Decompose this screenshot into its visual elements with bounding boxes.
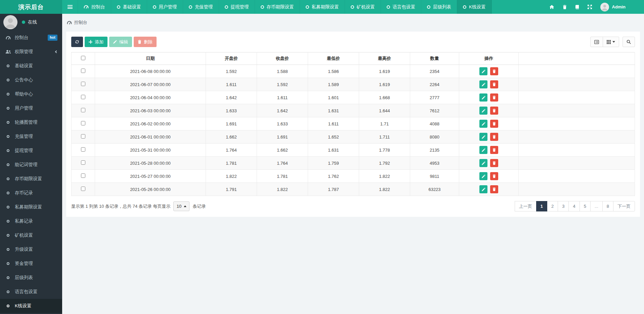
row-delete-button[interactable] — [490, 93, 498, 102]
page-button[interactable]: 8 — [602, 201, 613, 212]
delete-button[interactable]: 删除 — [134, 37, 157, 47]
nav-item-language-pack-settings[interactable]: 语言包设置 — [381, 0, 421, 14]
sidebar-item-announcement-center[interactable]: 公告中心 — [0, 73, 62, 87]
page-button[interactable]: 上一页 — [515, 201, 536, 212]
sidebar-item-kline-settings[interactable]: K线设置 — [0, 299, 62, 313]
breadcrumb: 控制台 — [62, 14, 644, 32]
table-row[interactable]: 2021-05-26 00:00:00 1.791 1.822 1.787 1.… — [72, 183, 635, 196]
row-checkbox[interactable] — [81, 121, 85, 125]
sidebar-item-basic-settings[interactable]: 基础设置 — [0, 59, 62, 73]
trash-icon — [492, 135, 496, 139]
table-row[interactable]: 2021-06-04 00:00:00 1.642 1.611 1.601 1.… — [72, 91, 635, 104]
nav-item-recharge-management[interactable]: 充值管理 — [183, 0, 219, 14]
sidebar-item-mnemonic-management[interactable]: 助记词管理 — [0, 158, 62, 172]
sidebar-item-miner-settings[interactable]: 矿机设置 — [0, 228, 62, 242]
nav-item-user-management[interactable]: 用户管理 — [147, 0, 183, 14]
row-edit-button[interactable] — [479, 159, 487, 167]
sidebar-item-user-management[interactable]: 用户管理 — [0, 101, 62, 115]
sidebar-item-recharge-management[interactable]: 充值管理 — [0, 129, 62, 144]
row-checkbox[interactable] — [81, 69, 85, 73]
row-checkbox[interactable] — [81, 134, 85, 139]
search-button[interactable] — [622, 37, 635, 47]
sidebar-item-funds-management[interactable]: 资金管理 — [0, 257, 62, 271]
sidebar-item-withdrawal-management[interactable]: 提现管理 — [0, 144, 62, 158]
sidebar-item-deposit-records[interactable]: 存币记录 — [0, 186, 62, 200]
sidebar-item-upgrade-settings[interactable]: 升级设置 — [0, 242, 62, 257]
row-edit-button[interactable] — [479, 120, 487, 128]
sidebar-item-level-list[interactable]: 层级列表 — [0, 271, 62, 285]
table-row[interactable]: 2021-05-28 00:00:00 1.781 1.764 1.759 1.… — [72, 157, 635, 170]
row-edit-button[interactable] — [479, 80, 487, 88]
page-button[interactable]: 1 — [536, 201, 547, 212]
sidebar-item-permissions[interactable]: 权限管理 — [0, 45, 62, 59]
book-icon[interactable] — [575, 5, 579, 9]
page-size-select[interactable]: 10 — [173, 201, 189, 211]
edit-button[interactable]: 编辑 — [109, 37, 132, 47]
user-menu[interactable]: Admin — [600, 3, 626, 11]
trash-icon[interactable] — [563, 5, 567, 9]
sidebar-item-carousel-management[interactable]: 轮播图管理 — [0, 115, 62, 129]
row-checkbox[interactable] — [81, 173, 85, 178]
table-row[interactable]: 2021-05-31 00:00:00 1.764 1.662 1.631 1.… — [72, 144, 635, 157]
nav-item-kline-settings[interactable]: K线设置 — [457, 0, 492, 14]
row-edit-button[interactable] — [479, 67, 487, 75]
table-row[interactable]: 2021-06-03 00:00:00 1.633 1.642 1.631 1.… — [72, 104, 635, 117]
sidebar-item-help-center[interactable]: 帮助中心 — [0, 87, 62, 101]
cell-low: 1.586 — [308, 65, 359, 78]
table-row[interactable]: 2021-06-02 00:00:00 1.691 1.633 1.611 1.… — [72, 117, 635, 130]
row-delete-button[interactable] — [490, 120, 498, 128]
sidebar-item-deposit-term-settings[interactable]: 存币期限设置 — [0, 172, 62, 186]
page-button[interactable]: 下一页 — [613, 201, 635, 212]
table-row[interactable]: 2021-05-27 00:00:00 1.822 1.781 1.762 1.… — [72, 170, 635, 183]
nav-item-level-list[interactable]: 层级列表 — [421, 0, 457, 14]
sidebar-toggle-button[interactable] — [62, 0, 78, 14]
row-delete-button[interactable] — [490, 185, 498, 193]
row-delete-button[interactable] — [490, 159, 498, 167]
table-row[interactable]: 2021-06-08 00:00:00 1.592 1.588 1.586 1.… — [72, 65, 635, 78]
nav-item-basic-settings[interactable]: 基础设置 — [111, 0, 147, 14]
row-delete-button[interactable] — [490, 133, 498, 141]
row-delete-button[interactable] — [490, 172, 498, 180]
toggle-view-button[interactable] — [590, 37, 603, 47]
table-row[interactable]: 2021-06-07 00:00:00 1.611 1.592 1.589 1.… — [72, 78, 635, 91]
sidebar-item-private-sale-term-settings[interactable]: 私募期限设置 — [0, 200, 62, 214]
add-button[interactable]: 添加 — [85, 37, 108, 47]
sidebar-item-language-pack-settings[interactable]: 语言包设置 — [0, 285, 62, 299]
page-button[interactable]: 5 — [579, 201, 591, 212]
page-button[interactable]: 3 — [558, 201, 569, 212]
row-delete-button[interactable] — [490, 146, 498, 154]
row-checkbox[interactable] — [81, 82, 85, 86]
cell-filler — [519, 144, 635, 157]
row-checkbox[interactable] — [81, 108, 85, 112]
nav-item-private-sale-term-settings[interactable]: 私募期限设置 — [300, 0, 345, 14]
sidebar-item-label: 基础设置 — [15, 63, 33, 69]
row-edit-button[interactable] — [479, 185, 487, 193]
row-checkbox[interactable] — [81, 160, 85, 165]
row-edit-button[interactable] — [479, 93, 487, 102]
select-all-checkbox[interactable] — [81, 56, 85, 60]
refresh-button[interactable] — [71, 37, 83, 47]
nav-item-withdrawal-management[interactable]: 提现管理 — [219, 0, 255, 14]
nav-item-miner-settings[interactable]: 矿机设置 — [345, 0, 381, 14]
nav-item-dashboard[interactable]: 控制台 — [78, 0, 111, 14]
row-edit-button[interactable] — [479, 107, 487, 115]
row-edit-button[interactable] — [479, 172, 487, 180]
row-edit-button[interactable] — [479, 133, 487, 141]
fullscreen-icon[interactable] — [588, 5, 592, 9]
row-checkbox[interactable] — [81, 95, 85, 99]
row-edit-button[interactable] — [479, 146, 487, 154]
row-checkbox[interactable] — [81, 147, 85, 152]
columns-dropdown-button[interactable] — [603, 37, 619, 47]
nav-item-deposit-term-settings[interactable]: 存币期限设置 — [255, 0, 300, 14]
row-delete-button[interactable] — [490, 107, 498, 115]
page-button[interactable]: ... — [590, 201, 603, 212]
row-delete-button[interactable] — [490, 67, 498, 75]
row-checkbox[interactable] — [81, 187, 85, 191]
sidebar-item-private-sale-records[interactable]: 私募记录 — [0, 214, 62, 228]
table-row[interactable]: 2021-06-01 00:00:00 1.662 1.691 1.652 1.… — [72, 130, 635, 144]
sidebar-item-dashboard[interactable]: 控制台 hot — [0, 31, 62, 45]
row-delete-button[interactable] — [490, 80, 498, 88]
page-button[interactable]: 4 — [568, 201, 579, 212]
page-button[interactable]: 2 — [547, 201, 558, 212]
home-icon[interactable] — [549, 5, 554, 9]
